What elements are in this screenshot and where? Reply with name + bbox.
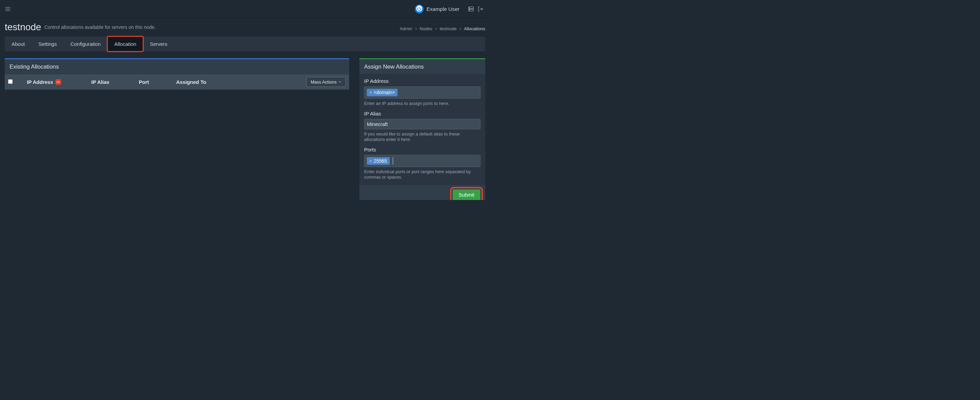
tab-about[interactable]: About (5, 37, 32, 52)
tab-configuration[interactable]: Configuration (64, 37, 107, 52)
mass-actions-dropdown[interactable]: Mass Actions (306, 77, 346, 87)
content-header: testnode Control allocations available f… (0, 18, 490, 37)
remove-tag-icon[interactable]: × (369, 90, 372, 95)
column-ip-alias: IP Alias (91, 79, 139, 85)
caret-down-icon (339, 81, 341, 83)
ip-address-label: IP Address (364, 78, 480, 84)
text-cursor-icon (393, 157, 393, 165)
user-name: Example User (426, 6, 460, 12)
top-navbar: Example User (0, 0, 490, 18)
assign-new-title: Assign New Allocations (360, 59, 485, 74)
node-tabs: About Settings Configuration Allocation … (5, 37, 485, 52)
servers-view-button[interactable] (466, 4, 476, 14)
column-assigned-to: Assigned To (176, 79, 239, 85)
ports-input[interactable]: × 25565 (364, 155, 480, 167)
user-avatar (415, 5, 424, 13)
power-icon (417, 6, 422, 11)
column-port: Port (139, 79, 176, 85)
select-all-checkbox[interactable] (8, 79, 13, 83)
ip-address-tag-text: <domain> (374, 90, 395, 96)
menu-toggle-button[interactable] (5, 6, 11, 12)
tab-servers[interactable]: Servers (143, 37, 174, 52)
ports-tag-text: 25565 (374, 158, 387, 164)
ip-address-help: Enter an IP address to assign ports to h… (364, 101, 480, 106)
remove-tag-icon[interactable]: × (369, 159, 372, 163)
allocations-table-header: IP Address IP Alias Port Assigned To Mas… (5, 74, 349, 90)
page-title: testnode (5, 22, 41, 33)
tab-allocation[interactable]: Allocation (108, 37, 143, 52)
tab-settings[interactable]: Settings (32, 37, 64, 52)
ports-label: Ports (364, 147, 480, 153)
logout-button[interactable] (476, 4, 485, 14)
breadcrumb-node-testnode[interactable]: testnode (440, 26, 457, 32)
ip-alias-help: If you would like to assign a default al… (364, 131, 480, 142)
user-menu[interactable]: Example User (415, 5, 460, 13)
existing-allocations-title: Existing Allocations (5, 59, 349, 74)
assign-new-allocations-box: Assign New Allocations IP Address × <dom… (360, 58, 485, 200)
hamburger-icon (5, 7, 11, 11)
svg-rect-4 (57, 81, 60, 82)
submit-button[interactable]: Submit (452, 190, 480, 200)
breadcrumb-admin[interactable]: Admin (400, 26, 412, 32)
column-ip-address: IP Address (27, 79, 53, 85)
server-icon (468, 6, 474, 12)
minus-icon (57, 81, 60, 82)
breadcrumb-nodes[interactable]: Nodes (419, 26, 432, 32)
ip-alias-label: IP Alias (364, 111, 480, 116)
ip-address-tag[interactable]: × <domain> (367, 89, 398, 96)
remove-ip-block-button[interactable] (56, 79, 61, 84)
mass-actions-label: Mass Actions (310, 80, 337, 85)
existing-allocations-box: Existing Allocations IP Address IP Alias… (5, 58, 349, 90)
breadcrumb-allocations: Allocations (464, 26, 485, 32)
ports-tag[interactable]: × 25565 (367, 157, 390, 165)
ip-alias-input[interactable] (364, 119, 480, 129)
page-subtitle: Control allocations available for server… (45, 25, 156, 30)
ports-help: Enter individual ports or port ranges he… (364, 169, 480, 180)
logout-icon (478, 6, 484, 12)
breadcrumb: Admin > Nodes > testnode > Allocations (400, 26, 485, 32)
ip-address-input[interactable]: × <domain> (364, 87, 480, 99)
